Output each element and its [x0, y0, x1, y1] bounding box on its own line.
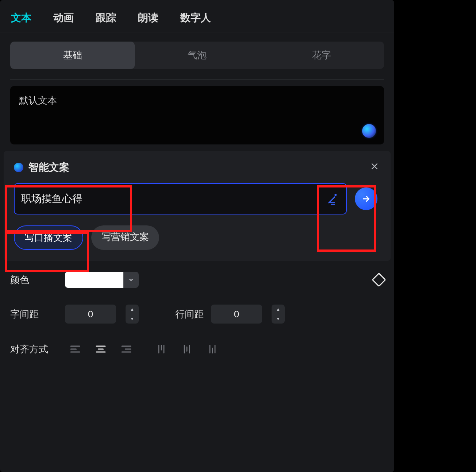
ai-prompt-input[interactable]: [21, 193, 323, 205]
text-settings: 颜色 字间距 0 ▲ ▼ 行间距 0 ▲ ▼: [0, 261, 394, 358]
text-panel: 文本 动画 跟踪 朗读 数字人 基础 气泡 花字 默认文本 智能文案: [0, 0, 394, 472]
valign-top-icon[interactable]: [151, 340, 172, 358]
ai-logo-icon: [14, 163, 23, 172]
row-align: 对齐方式: [10, 340, 384, 358]
align-center-icon[interactable]: [91, 340, 111, 358]
chip-marketing-copy[interactable]: 写营销文案: [91, 225, 159, 250]
ai-orb-icon[interactable]: [362, 124, 376, 138]
send-button[interactable]: [355, 187, 377, 210]
tab-animation[interactable]: 动画: [53, 11, 74, 25]
tab-text[interactable]: 文本: [11, 11, 31, 25]
sub-tab-bubble[interactable]: 气泡: [135, 42, 259, 69]
tab-read[interactable]: 朗读: [138, 11, 158, 25]
align-vertical-group: [151, 340, 223, 358]
row-spacing: 字间距 0 ▲ ▼ 行间距 0 ▲ ▼: [10, 305, 384, 324]
align-left-icon[interactable]: [65, 340, 85, 358]
top-tab-bar: 文本 动画 跟踪 朗读 数字人: [0, 0, 394, 32]
text-input-placeholder: 默认文本: [19, 94, 375, 107]
ai-copywriting-panel: 智能文案 写口播文案 写营销文案: [4, 151, 391, 261]
stepper-up-icon[interactable]: ▲: [272, 305, 285, 314]
align-horizontal-group: [65, 340, 137, 358]
label-color: 颜色: [10, 274, 58, 286]
sub-tab-basic[interactable]: 基础: [10, 42, 135, 69]
keyframe-diamond-icon[interactable]: [372, 272, 386, 287]
valign-middle-icon[interactable]: [177, 340, 197, 358]
sub-tab-bar: 基础 气泡 花字: [10, 42, 384, 69]
line-spacing-input[interactable]: 0: [211, 305, 262, 324]
ai-panel-title: 智能文案: [28, 160, 69, 174]
label-align: 对齐方式: [10, 343, 58, 356]
ai-input-wrap: [14, 183, 347, 214]
label-letter-spacing: 字间距: [10, 308, 58, 321]
label-line-spacing: 行间距: [175, 308, 204, 321]
ai-chip-row: 写口播文案 写营销文案: [14, 225, 380, 250]
ai-input-row: [14, 183, 380, 214]
tab-digital-human[interactable]: 数字人: [180, 11, 211, 25]
ai-panel-header: 智能文案: [14, 160, 380, 174]
line-spacing-stepper[interactable]: ▲ ▼: [272, 305, 285, 324]
align-right-icon[interactable]: [116, 340, 137, 358]
color-dropdown-button[interactable]: [123, 272, 139, 288]
magic-wand-icon[interactable]: [326, 192, 339, 205]
divider: [10, 79, 384, 80]
stepper-up-icon[interactable]: ▲: [126, 305, 139, 314]
letter-spacing-input[interactable]: 0: [65, 305, 116, 324]
stepper-down-icon[interactable]: ▼: [272, 314, 285, 324]
color-swatch[interactable]: [65, 272, 123, 288]
close-icon[interactable]: [369, 160, 380, 172]
letter-spacing-stepper[interactable]: ▲ ▼: [126, 305, 139, 324]
valign-bottom-icon[interactable]: [202, 340, 223, 358]
tab-track[interactable]: 跟踪: [96, 11, 116, 25]
row-color: 颜色: [10, 272, 384, 288]
sub-tab-fancy[interactable]: 花字: [260, 42, 384, 69]
chip-voiceover-copy[interactable]: 写口播文案: [14, 225, 83, 250]
text-input-box[interactable]: 默认文本: [10, 86, 384, 144]
stepper-down-icon[interactable]: ▼: [126, 314, 139, 324]
